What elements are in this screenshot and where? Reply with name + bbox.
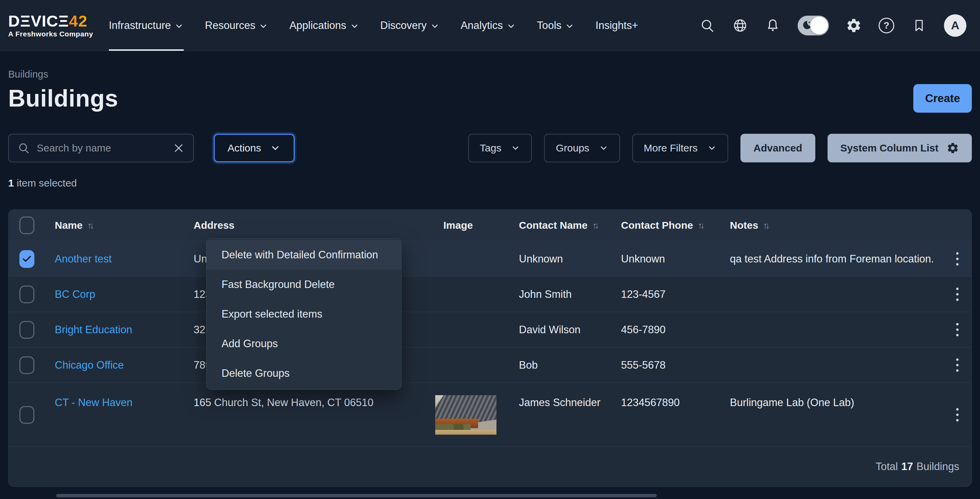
search-input[interactable] <box>37 142 166 154</box>
column-header-contact_name: Contact Name↑↓ <box>511 220 613 231</box>
row-checkbox[interactable] <box>19 321 34 339</box>
menu-item-fast-background-delete[interactable]: Fast Background Delete <box>207 269 401 299</box>
notifications-bell-icon[interactable] <box>765 18 781 33</box>
cell-contact-phone: 1234567890 <box>613 383 722 409</box>
brand-tagline: A Freshworks Company <box>8 30 93 38</box>
chevron-down-icon <box>565 21 574 31</box>
create-button[interactable]: Create <box>913 84 972 113</box>
tags-filter-button[interactable]: Tags <box>468 134 532 163</box>
nav-item-analytics[interactable]: Analytics <box>461 0 516 51</box>
selection-status: 1 item selected <box>8 177 972 190</box>
toggle-knob <box>810 17 828 34</box>
table-header-row: Name↑↓AddressImageContact Name↑↓Contact … <box>8 210 972 241</box>
cell-notes: Burlingame Lab (One Lab) <box>722 383 942 409</box>
buildings-table: Name↑↓AddressImageContact Name↑↓Contact … <box>8 209 972 487</box>
building-name-link[interactable]: Chicago Office <box>55 359 124 371</box>
chevron-down-icon <box>259 21 268 31</box>
cell-contact-name: Bob <box>511 359 613 371</box>
advanced-button[interactable]: Advanced <box>740 134 815 163</box>
settings-gear-icon[interactable] <box>846 18 862 33</box>
actions-dropdown-menu: Delete with Detailed ConfirmationFast Ba… <box>206 238 401 390</box>
nav-item-discovery[interactable]: Discovery <box>380 0 440 51</box>
row-checkbox[interactable] <box>19 406 34 424</box>
row-menu-kebab-icon[interactable] <box>953 355 962 375</box>
cell-contact-name: John Smith <box>511 288 613 301</box>
help-icon[interactable]: ? <box>878 18 894 33</box>
menu-item-delete-groups[interactable]: Delete Groups <box>207 359 401 388</box>
row-checkbox[interactable] <box>19 250 34 268</box>
column-header-contact_phone: Contact Phone↑↓ <box>613 220 722 231</box>
system-column-list-button[interactable]: System Column List <box>827 134 972 163</box>
menu-item-delete-with-detailed-confirmation[interactable]: Delete with Detailed Confirmation <box>207 240 401 269</box>
search-box <box>8 134 194 163</box>
dark-mode-toggle[interactable] <box>798 16 829 35</box>
sort-icon[interactable]: ↑↓ <box>592 220 599 231</box>
building-photo-thumbnail[interactable] <box>435 395 496 435</box>
chevron-down-icon <box>511 143 520 153</box>
select-all-checkbox[interactable] <box>19 217 34 234</box>
top-navbar: DΞVICΞ42 A Freshworks Company Infrastruc… <box>0 0 980 51</box>
main-nav: InfrastructureResourcesApplicationsDisco… <box>109 0 638 51</box>
table-row: Another testUnknownUnknownUnknownqa test… <box>8 241 972 276</box>
select-all-checkbox-cell <box>8 217 47 234</box>
sort-icon[interactable]: ↑↓ <box>698 220 705 231</box>
row-checkbox[interactable] <box>19 285 34 303</box>
more-filters-filter-button[interactable]: More Filters <box>632 134 728 163</box>
breadcrumb[interactable]: Buildings <box>8 69 972 80</box>
building-name-link[interactable]: Bright Education <box>55 324 132 336</box>
nav-item-tools[interactable]: Tools <box>537 0 574 51</box>
chevron-down-icon <box>174 21 184 31</box>
cell-contact-phone: 123-4567 <box>613 288 722 301</box>
table-row: CT - New Haven165 Church St, New Haven, … <box>8 383 972 446</box>
column-header-address: Address <box>185 220 435 231</box>
row-menu-kebab-icon[interactable] <box>953 284 962 304</box>
row-menu-kebab-icon[interactable] <box>953 320 962 340</box>
building-name-link[interactable]: CT - New Haven <box>55 397 133 408</box>
cell-name: CT - New Haven <box>47 383 185 409</box>
row-menu-kebab-icon[interactable] <box>953 249 962 269</box>
table-row: Bright Education321 Learning Blvd, Colle… <box>8 312 972 347</box>
column-header-name: Name↑↓ <box>47 220 185 231</box>
cell-image <box>435 383 511 446</box>
user-avatar[interactable]: A <box>944 14 966 37</box>
nav-item-infrastructure[interactable]: Infrastructure <box>109 0 184 51</box>
cell-contact-name: David Wilson <box>511 324 613 336</box>
sort-icon[interactable]: ↑↓ <box>88 220 94 231</box>
nav-item-applications[interactable]: Applications <box>289 0 359 51</box>
cell-name: Bright Education <box>47 324 185 336</box>
cell-notes: qa test Address info from Foreman locati… <box>722 253 942 265</box>
column-header-notes: Notes↑↓ <box>722 220 942 231</box>
groups-filter-button[interactable]: Groups <box>544 134 620 163</box>
menu-item-export-selected-items[interactable]: Export selected items <box>207 299 401 329</box>
brand-wordmark: DΞVICΞ42 <box>8 13 93 29</box>
nav-item-resources[interactable]: Resources <box>205 0 268 51</box>
cell-contact-name: James Schneider <box>511 383 613 409</box>
chevron-down-icon <box>430 21 440 31</box>
navbar-right: ? A <box>700 14 966 37</box>
cell-contact-name: Unknown <box>511 253 613 265</box>
search-icon[interactable] <box>700 18 715 33</box>
building-name-link[interactable]: Another test <box>55 253 111 265</box>
chevron-down-icon <box>506 21 516 31</box>
column-header-image: Image <box>435 220 511 231</box>
chevron-down-icon <box>350 21 360 31</box>
actions-button[interactable]: Actions <box>214 134 295 163</box>
brand-logo[interactable]: DΞVICΞ42 A Freshworks Company <box>8 13 93 38</box>
table-footer: Total17Buildings <box>8 446 972 486</box>
table-row: BC Corp123 NJohn Smith123-4567 <box>8 276 972 312</box>
cell-contact-phone: 555-5678 <box>613 359 722 371</box>
cell-name: BC Corp <box>47 288 185 301</box>
bookmark-icon[interactable] <box>911 18 927 33</box>
check-icon <box>22 254 32 264</box>
menu-item-add-groups[interactable]: Add Groups <box>207 329 401 359</box>
row-checkbox[interactable] <box>19 356 34 374</box>
toolbar: Actions TagsGroupsMore Filters Advanced … <box>8 134 972 163</box>
clear-search-icon[interactable] <box>173 142 185 154</box>
filters-group: TagsGroupsMore Filters Advanced System C… <box>468 134 972 163</box>
nav-item-insights-[interactable]: Insights+ <box>595 0 638 51</box>
building-name-link[interactable]: BC Corp <box>55 288 95 300</box>
sort-icon[interactable]: ↑↓ <box>763 220 770 231</box>
globe-icon[interactable] <box>732 18 748 33</box>
horizontal-scrollbar[interactable] <box>56 494 657 497</box>
row-menu-kebab-icon[interactable] <box>953 405 962 425</box>
